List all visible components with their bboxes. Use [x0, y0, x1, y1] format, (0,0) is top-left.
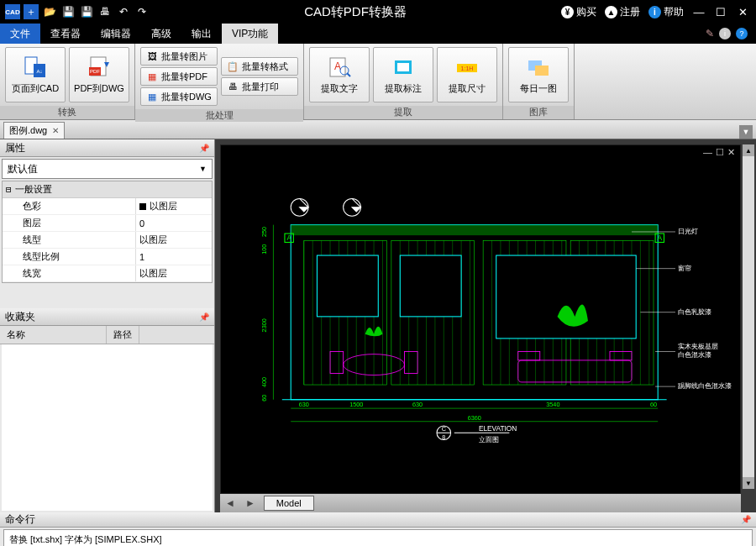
svg-text:100: 100 — [260, 244, 268, 255]
favorites-panel-title: 收藏夹📌 — [0, 308, 214, 326]
svg-text:60: 60 — [260, 395, 268, 402]
app-title: CAD转PDF转换器 — [150, 4, 561, 20]
property-row[interactable]: 图层0 — [3, 215, 212, 232]
print-icon: 🖶 — [227, 81, 239, 92]
batch-img-button[interactable]: 🖼批量转图片 — [140, 47, 218, 66]
redo-icon[interactable]: ↷ — [134, 4, 150, 19]
svg-rect-60 — [400, 255, 461, 317]
property-row[interactable]: 线宽以图层 — [3, 265, 212, 282]
property-key: 线宽 — [3, 265, 136, 281]
viewport-max-icon[interactable]: ☐ — [716, 147, 724, 158]
extract-text-icon: A — [328, 55, 351, 79]
svg-text:1:1H: 1:1H — [461, 66, 474, 71]
pdf-icon: ▦ — [146, 71, 158, 82]
property-value[interactable]: 0 — [136, 215, 212, 231]
fav-col-name[interactable]: 名称 — [0, 326, 107, 344]
maximize-button[interactable]: ☐ — [714, 5, 727, 18]
pencil-icon[interactable]: ✎ — [706, 28, 714, 39]
page-to-cad-button[interactable]: A↓ 页面到CAD — [5, 47, 66, 102]
print-icon[interactable]: 🖶 — [97, 4, 113, 19]
pdf-to-dwg-button[interactable]: PDF PDF到DWG — [69, 47, 129, 102]
svg-text:实木夹板基层白色混水漆: 实木夹板基层白色混水漆 — [678, 343, 718, 358]
viewport-min-icon[interactable]: — — [703, 147, 712, 158]
viewport-close-icon[interactable]: ✕ — [727, 147, 735, 158]
document-tabs: 图例.dwg✕ ▼ — [0, 120, 756, 139]
scroll-up-icon[interactable]: ▲ — [743, 144, 754, 156]
open-icon[interactable]: 📂 — [42, 4, 57, 19]
pdf-to-dwg-icon: PDF — [87, 55, 111, 79]
register-button[interactable]: ▲注册 — [605, 5, 640, 19]
undo-icon[interactable]: ↶ — [116, 4, 131, 19]
menu-advanced[interactable]: 高级 — [141, 24, 181, 44]
close-button[interactable]: ✕ — [736, 5, 749, 18]
property-value[interactable]: 以图层 — [136, 232, 212, 248]
default-value-dropdown[interactable]: 默认值▼ — [2, 159, 213, 179]
property-category-general[interactable]: ⊟一般设置 — [3, 181, 212, 198]
color-swatch — [139, 203, 146, 210]
tab-next-icon[interactable]: ► — [240, 497, 260, 509]
svg-rect-17 — [291, 225, 658, 235]
pin-icon[interactable]: 📌 — [741, 515, 751, 524]
svg-text:400: 400 — [260, 377, 268, 387]
svg-text:踢脚线白色混水漆: 踢脚线白色混水漆 — [678, 382, 732, 390]
extract-dim-button[interactable]: 1:1H提取尺寸 — [437, 47, 497, 102]
user-icon: ▲ — [605, 6, 617, 18]
svg-text:2300: 2300 — [260, 318, 268, 332]
tab-prev-icon[interactable]: ◄ — [220, 497, 240, 509]
svg-rect-65 — [518, 360, 632, 382]
extract-dim-icon: 1:1H — [455, 55, 479, 79]
question-icon[interactable]: ? — [736, 28, 748, 39]
tab-close-icon[interactable]: ✕ — [52, 126, 59, 135]
menu-editor[interactable]: 编辑器 — [91, 24, 141, 44]
daily-image-button[interactable]: 每日一图 — [508, 47, 569, 102]
batch-print-button[interactable]: 🖶批量打印 — [221, 77, 298, 96]
batch-fmt-button[interactable]: 📋批量转格式 — [221, 57, 298, 76]
property-value[interactable]: 1 — [136, 249, 212, 265]
new-icon[interactable]: ＋ — [24, 4, 39, 19]
property-key: 图层 — [3, 215, 136, 231]
property-row[interactable]: 色彩以图层 — [3, 198, 212, 215]
vertical-scrollbar[interactable]: ▲ ▼ — [743, 144, 754, 489]
drawing-canvas[interactable]: — ☐ ✕ — [220, 144, 741, 494]
svg-text:630: 630 — [299, 401, 309, 408]
command-panel-title: 命令行📌 — [0, 512, 756, 528]
minimize-button[interactable]: — — [692, 5, 706, 18]
ribbon-group-batch: 🖼批量转图片 ▦批量转PDF ▦批量转DWG 📋批量转格式 🖶批量打印 批处理 — [135, 44, 304, 119]
help-button[interactable]: i帮助 — [648, 5, 684, 19]
favorites-body[interactable] — [2, 344, 213, 511]
image-icon: 🖼 — [146, 50, 158, 62]
property-value[interactable]: 以图层 — [136, 265, 212, 281]
extract-annot-button[interactable]: 提取标注 — [373, 47, 433, 102]
property-key: 色彩 — [3, 198, 136, 214]
buy-button[interactable]: ¥购买 — [561, 5, 596, 19]
batch-pdf-button[interactable]: ▦批量转PDF — [140, 67, 218, 86]
property-value[interactable]: 以图层 — [136, 198, 212, 214]
app-icon: CAD — [5, 4, 20, 19]
help-icon: i — [648, 6, 661, 18]
scroll-down-icon[interactable]: ▼ — [743, 477, 754, 489]
menu-vip[interactable]: VIP功能 — [222, 24, 278, 44]
property-row[interactable]: 线型以图层 — [3, 232, 212, 249]
main-body: 属性📌 默认值▼ ⊟一般设置 色彩以图层图层0线型以图层线型比例1线宽以图层 收… — [0, 139, 756, 512]
pin-icon[interactable]: 📌 — [199, 312, 209, 322]
document-tab[interactable]: 图例.dwg✕ — [3, 122, 65, 139]
svg-text:60: 60 — [650, 401, 657, 408]
tabs-dropdown-icon[interactable]: ▼ — [739, 125, 753, 139]
menu-viewer[interactable]: 查看器 — [40, 24, 91, 44]
property-row[interactable]: 线型比例1 — [3, 249, 212, 265]
ribbon-group-gallery: 每日一图 图库 — [503, 44, 575, 119]
menu-file[interactable]: 文件 — [0, 24, 40, 44]
model-tab[interactable]: Model — [264, 496, 314, 511]
favorites-header: 名称 路径 — [0, 326, 214, 344]
batch-dwg-button[interactable]: ▦批量转DWG — [140, 87, 218, 106]
info-icon[interactable]: i — [719, 28, 731, 39]
save-icon[interactable]: 💾 — [60, 4, 76, 19]
command-log[interactable]: 替换 [txt.shx] 字体为 [SIMPLEX.SHX] 取消 — [3, 529, 753, 546]
menu-output[interactable]: 输出 — [181, 24, 222, 44]
pin-icon[interactable]: 📌 — [199, 144, 209, 153]
fav-col-path[interactable]: 路径 — [107, 326, 139, 344]
saveas-icon[interactable]: 💾 — [79, 4, 94, 19]
cad-drawing: 630 1500 630 3540 60 6360 250 100 2300 4… — [221, 145, 740, 493]
extract-text-button[interactable]: A提取文字 — [309, 47, 370, 102]
favorites-panel: 名称 路径 — [0, 326, 214, 512]
